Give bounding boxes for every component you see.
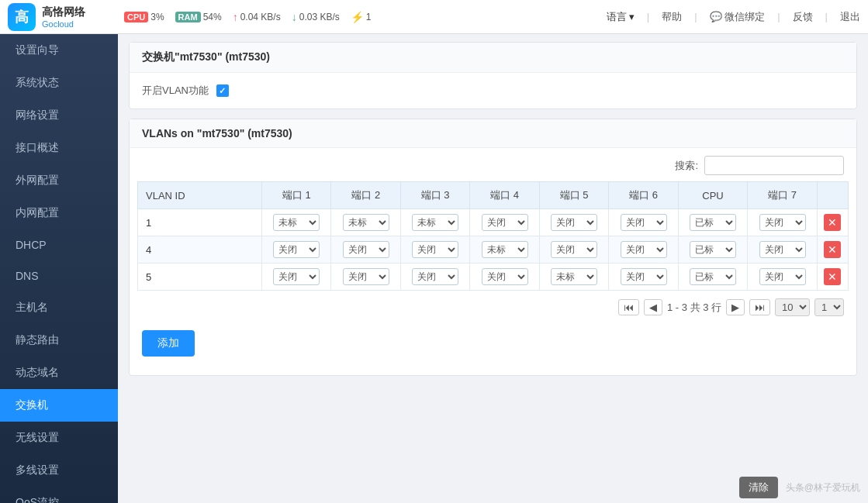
sidebar-item-11[interactable]: 交换机 — [0, 389, 118, 422]
prev-page-button[interactable]: ◀ — [644, 299, 662, 315]
port-select-r0-p2[interactable]: 关闭未标已标 — [412, 214, 458, 231]
port-select-r2-p0[interactable]: 关闭未标已标 — [273, 268, 320, 285]
col-port7: 端口 7 — [748, 182, 817, 209]
port-select-r1-p5[interactable]: 关闭未标已标 — [621, 241, 667, 258]
table-row: 关闭未标已标关闭未标已标关闭未标已标关闭未标已标关闭未标已标关闭未标已标关闭未标… — [138, 209, 849, 236]
table-header-row: VLAN ID 端口 1 端口 2 端口 3 端口 4 端口 5 端口 6 CP… — [138, 182, 849, 209]
wechat-icon: 💬 — [710, 11, 722, 22]
vlan-enable-label: 开启VLAN功能 — [142, 84, 209, 98]
last-page-button[interactable]: ⏭ — [749, 299, 770, 315]
vlan-table: VLAN ID 端口 1 端口 2 端口 3 端口 4 端口 5 端口 6 CP… — [137, 181, 849, 291]
topbar-stats: CPU 3% RAM 54% ↑ 0.04 KB/s ↓ 0.03 KB/s ⚡… — [124, 11, 607, 23]
netdown-stat: ↓ 0.03 KB/s — [292, 11, 340, 23]
net-down-icon: ↓ — [292, 11, 297, 23]
sidebar-item-4[interactable]: 外网配置 — [0, 164, 118, 197]
port-select-r0-p1[interactable]: 关闭未标已标 — [343, 214, 389, 231]
ram-badge: RAM — [175, 12, 201, 22]
vlan-enable-checkbox[interactable] — [216, 84, 229, 97]
port-select-r2-p5[interactable]: 关闭未标已标 — [621, 268, 667, 285]
pagination-row: ⏮ ◀ 1 - 3 共 3 行 ▶ ⏭ 10 20 50 1 — [130, 291, 856, 324]
search-input[interactable] — [704, 156, 844, 175]
sidebar-item-1[interactable]: 系统状态 — [0, 67, 118, 99]
netup-stat: ↑ 0.04 KB/s — [233, 11, 281, 23]
page-number-select[interactable]: 1 — [814, 298, 844, 316]
sidebar-item-0[interactable]: 设置向导 — [0, 34, 118, 67]
delete-row-button-2[interactable]: ✕ — [824, 268, 841, 285]
col-vlan-id: VLAN ID — [138, 182, 262, 209]
search-label: 搜索: — [675, 159, 698, 173]
first-page-button[interactable]: ⏮ — [618, 299, 639, 315]
port-select-r1-p2[interactable]: 关闭未标已标 — [412, 241, 458, 258]
sidebar-item-7[interactable]: DNS — [0, 260, 118, 291]
port-select-r0-p3[interactable]: 关闭未标已标 — [482, 214, 528, 231]
clear-button[interactable]: 清除 — [739, 477, 778, 498]
vlans-card-header: VLANs on "mt7530" (mt7530) — [130, 119, 856, 148]
switch-card-header: 交换机"mt7530" (mt7530) — [130, 43, 856, 73]
port-select-r1-p6[interactable]: 关闭未标已标 — [690, 241, 736, 258]
delete-row-button-1[interactable]: ✕ — [824, 241, 841, 258]
cpu-stat: CPU 3% — [124, 12, 164, 22]
port-select-r0-p0[interactable]: 关闭未标已标 — [273, 214, 320, 231]
col-cpu: CPU — [678, 182, 747, 209]
table-wrapper: VLAN ID 端口 1 端口 2 端口 3 端口 4 端口 5 端口 6 CP… — [130, 181, 856, 291]
port-select-r2-p3[interactable]: 关闭未标已标 — [482, 268, 528, 285]
topbar-actions: 语言 ▾ | 帮助 | 💬 微信绑定 | 反馈 | 退出 — [607, 10, 860, 24]
help-button[interactable]: 帮助 — [662, 10, 682, 24]
col-port6: 端口 6 — [609, 182, 678, 209]
sidebar-item-2[interactable]: 网络设置 — [0, 99, 118, 132]
port-select-r1-p1[interactable]: 关闭未标已标 — [343, 241, 389, 258]
sidebar-item-5[interactable]: 内网配置 — [0, 197, 118, 229]
sidebar-item-9[interactable]: 静态路由 — [0, 324, 118, 357]
port-select-r2-p2[interactable]: 关闭未标已标 — [412, 268, 458, 285]
table-row: 关闭未标已标关闭未标已标关闭未标已标关闭未标已标关闭未标已标关闭未标已标关闭未标… — [138, 264, 849, 291]
wechat-bind-button[interactable]: 💬 微信绑定 — [710, 10, 766, 24]
port-select-r2-p7[interactable]: 关闭未标已标 — [759, 268, 806, 285]
switch-card: 交换机"mt7530" (mt7530) 开启VLAN功能 — [129, 42, 857, 109]
per-page-select[interactable]: 10 20 50 — [775, 298, 810, 316]
conn-icon: ⚡ — [351, 11, 364, 23]
port-select-r2-p6[interactable]: 关闭未标已标 — [690, 268, 736, 285]
port-select-r1-p4[interactable]: 关闭未标已标 — [551, 241, 597, 258]
cpu-value: 3% — [150, 12, 164, 22]
language-button[interactable]: 语言 ▾ — [607, 10, 635, 24]
cpu-badge: CPU — [124, 12, 148, 22]
logo-cn: 高恪网络 — [42, 5, 85, 19]
port-select-r2-p1[interactable]: 关闭未标已标 — [343, 268, 389, 285]
feedback-button[interactable]: 反馈 — [793, 10, 813, 24]
delete-row-button-0[interactable]: ✕ — [824, 214, 841, 231]
vlan-id-input-1[interactable] — [146, 244, 258, 256]
next-page-button[interactable]: ▶ — [726, 299, 745, 315]
port-select-r1-p3[interactable]: 关闭未标已标 — [482, 241, 528, 258]
net-down-value: 0.03 KB/s — [299, 12, 340, 22]
port-select-r0-p4[interactable]: 关闭未标已标 — [551, 214, 597, 231]
port-select-r0-p5[interactable]: 关闭未标已标 — [621, 214, 667, 231]
logout-button[interactable]: 退出 — [840, 10, 860, 24]
sidebar-item-8[interactable]: 主机名 — [0, 291, 118, 324]
sidebar: 设置向导系统状态网络设置接口概述外网配置内网配置DHCPDNS主机名静态路由动态… — [0, 34, 118, 503]
sidebar-item-12[interactable]: 无线设置 — [0, 422, 118, 454]
port-select-r0-p6[interactable]: 关闭未标已标 — [690, 214, 736, 231]
port-select-r0-p7[interactable]: 关闭未标已标 — [759, 214, 806, 231]
sidebar-item-14[interactable]: QoS流控 — [0, 487, 118, 503]
vlan-id-input-0[interactable] — [146, 217, 258, 229]
col-port4: 端口 4 — [470, 182, 539, 209]
vlans-card: VLANs on "mt7530" (mt7530) 搜索: VLAN ID 端… — [129, 119, 857, 376]
col-port5: 端口 5 — [539, 182, 608, 209]
table-row: 关闭未标已标关闭未标已标关闭未标已标关闭未标已标关闭未标已标关闭未标已标关闭未标… — [138, 236, 849, 264]
sidebar-item-10[interactable]: 动态域名 — [0, 357, 118, 389]
net-up-icon: ↑ — [233, 11, 238, 23]
logo-en: Gocloud — [42, 19, 85, 29]
port-select-r1-p0[interactable]: 关闭未标已标 — [273, 241, 320, 258]
sidebar-item-3[interactable]: 接口概述 — [0, 132, 118, 164]
add-vlan-button[interactable]: 添加 — [142, 330, 195, 357]
sidebar-item-13[interactable]: 多线设置 — [0, 454, 118, 487]
ram-value: 54% — [203, 12, 222, 22]
port-select-r1-p7[interactable]: 关闭未标已标 — [759, 241, 806, 258]
main-layout: 设置向导系统状态网络设置接口概述外网配置内网配置DHCPDNS主机名静态路由动态… — [0, 34, 868, 503]
wechat-label: 微信绑定 — [724, 11, 765, 22]
vlan-id-input-2[interactable] — [146, 271, 258, 283]
vlan-enable-row: 开启VLAN功能 — [142, 84, 844, 98]
port-select-r2-p4[interactable]: 关闭未标已标 — [551, 268, 597, 285]
table-header: VLAN ID 端口 1 端口 2 端口 3 端口 4 端口 5 端口 6 CP… — [138, 182, 849, 209]
sidebar-item-6[interactable]: DHCP — [0, 229, 118, 260]
